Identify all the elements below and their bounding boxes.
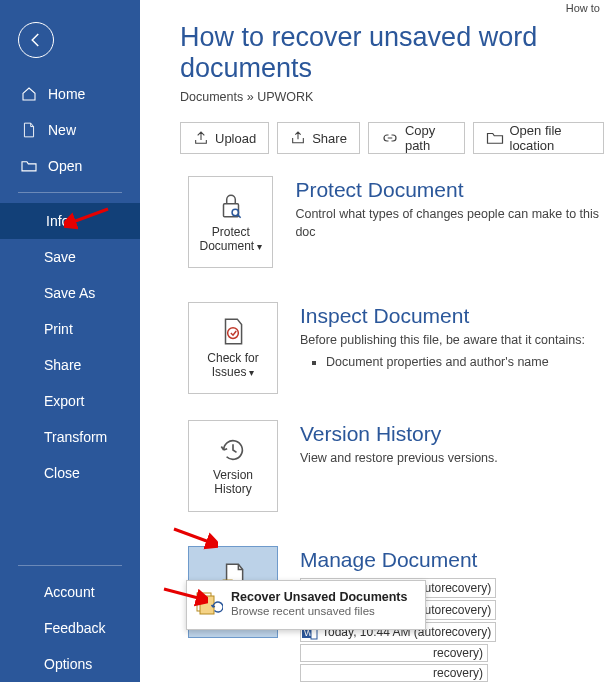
inspect-row: Check for Issues Inspect Document Before… [140, 294, 604, 402]
protect-row: Protect Document Protect Document Contro… [140, 168, 604, 276]
nav-save-as[interactable]: Save As [18, 275, 122, 311]
nav-feedback-label: Feedback [44, 620, 105, 636]
inspect-title: Inspect Document [300, 304, 585, 328]
share-label: Share [312, 131, 347, 146]
link-icon [381, 131, 399, 145]
open-location-label: Open file location [510, 123, 592, 153]
lock-search-icon [217, 191, 245, 221]
nav-account[interactable]: Account [0, 574, 140, 610]
nav-new[interactable]: New [0, 112, 140, 148]
check-issues-tile[interactable]: Check for Issues [188, 302, 278, 394]
version-history-tile[interactable]: Version History [188, 420, 278, 512]
inspect-desc: Inspect Document Before publishing this … [300, 302, 585, 371]
recover-unsaved-item[interactable]: Recover Unsaved Documents Browse recent … [195, 587, 417, 619]
manage-title: Manage Document [300, 548, 496, 572]
toolbar: Upload Share Copy path Open file locatio… [140, 122, 604, 168]
version-history-label: Version History [193, 468, 273, 497]
protect-document-tile[interactable]: Protect Document [188, 176, 273, 268]
check-doc-icon [220, 317, 246, 347]
backstage-sidebar: Home New Open Info Save Save As Print Sh… [0, 0, 140, 682]
upload-icon [193, 130, 209, 146]
nav-new-label: New [48, 122, 76, 138]
inspect-text: Before publishing this file, be aware th… [300, 332, 585, 350]
recover-title: Recover Unsaved Documents [231, 590, 407, 604]
protect-title: Protect Document [295, 178, 604, 202]
nav-account-label: Account [44, 584, 95, 600]
nav-home-label: Home [48, 86, 85, 102]
copy-path-button[interactable]: Copy path [368, 122, 465, 154]
history-desc: Version History View and restore previou… [300, 420, 498, 468]
upload-button[interactable]: Upload [180, 122, 269, 154]
copy-path-label: Copy path [405, 123, 452, 153]
history-text: View and restore previous versions. [300, 450, 498, 468]
top-caption: How to [566, 2, 600, 14]
arrow-left-icon [27, 31, 45, 49]
inspect-bullet: Document properties and author's name [326, 354, 585, 372]
nav-home[interactable]: Home [0, 76, 140, 112]
share-button[interactable]: Share [277, 122, 360, 154]
nav-save[interactable]: Save [18, 239, 122, 275]
recover-icon [195, 587, 223, 619]
folder-icon [486, 131, 504, 145]
protect-desc: Protect Document Control what types of c… [295, 176, 604, 241]
nav-info[interactable]: Info [0, 203, 140, 239]
open-location-button[interactable]: Open file location [473, 122, 605, 154]
nav-transform-label: Transform [44, 429, 107, 445]
nav-export[interactable]: Export [18, 383, 122, 419]
history-row: Version History Version History View and… [140, 412, 604, 520]
nav-print-label: Print [44, 321, 73, 337]
nav-print[interactable]: Print [18, 311, 122, 347]
nav-share[interactable]: Share [18, 347, 122, 383]
breadcrumb-root: Documents [180, 90, 243, 104]
folder-open-icon [20, 159, 38, 173]
svg-point-2 [228, 327, 239, 338]
nav-transform[interactable]: Transform [18, 419, 122, 455]
nav-save-as-label: Save As [44, 285, 95, 301]
nav-open-label: Open [48, 158, 82, 174]
protect-text: Control what types of changes people can… [295, 206, 604, 241]
upload-label: Upload [215, 131, 256, 146]
nav-feedback[interactable]: Feedback [0, 610, 140, 646]
share-icon [290, 130, 306, 146]
check-issues-label: Check for Issues [193, 351, 273, 380]
protect-tile-label: Protect Document [193, 225, 268, 254]
file-new-icon [20, 122, 38, 138]
breadcrumb-sep: » [247, 90, 254, 104]
manage-document-dropdown: Recover Unsaved Documents Browse recent … [186, 580, 426, 630]
recover-sub: Browse recent unsaved files [231, 605, 407, 617]
version-item[interactable]: recovery) [300, 644, 488, 662]
nav-info-label: Info [46, 213, 69, 229]
page-title: How to recover unsaved word documents [140, 0, 604, 86]
version-item[interactable]: recovery) [300, 664, 488, 682]
nav-close[interactable]: Close [18, 455, 122, 491]
nav-export-label: Export [44, 393, 84, 409]
breadcrumb[interactable]: Documents » UPWORK [140, 86, 604, 122]
nav-close-label: Close [44, 465, 80, 481]
version-label: recovery) [433, 646, 483, 660]
nav-options[interactable]: Options [0, 646, 140, 682]
history-icon [219, 436, 247, 464]
history-title: Version History [300, 422, 498, 446]
back-button[interactable] [18, 22, 54, 58]
home-icon [20, 86, 38, 102]
breadcrumb-folder: UPWORK [257, 90, 313, 104]
nav-save-label: Save [44, 249, 76, 265]
nav-share-label: Share [44, 357, 81, 373]
nav-open[interactable]: Open [0, 148, 140, 184]
nav-options-label: Options [44, 656, 92, 672]
version-label: recovery) [433, 666, 483, 680]
